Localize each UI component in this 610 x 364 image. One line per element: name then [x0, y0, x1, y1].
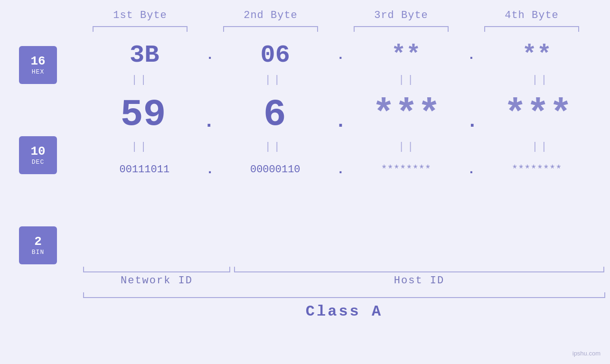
main-container: 1st Byte 2nd Byte 3rd Byte 4th Byte 16 H…: [0, 0, 610, 364]
sep-row-2: || || || ||: [81, 139, 601, 155]
labels-row: Network ID Host ID: [83, 275, 605, 287]
bottom-section: Network ID Host ID Class A: [0, 264, 610, 320]
byte-header-2: 2nd Byte: [218, 9, 323, 21]
bin-byte-4-group: ********: [478, 164, 596, 176]
dec-byte-1: 59: [115, 93, 172, 136]
dec-byte-4: ***: [504, 93, 572, 136]
dec-byte-4-group: ***: [480, 93, 596, 136]
hex-byte-4-group: **: [478, 41, 596, 69]
dec-row: 59 . 6 . *** . ***: [81, 93, 601, 136]
sep-1-b2: ||: [222, 74, 326, 86]
sep-row-1: || || || ||: [81, 72, 601, 88]
dec-badge-number: 10: [30, 145, 45, 159]
dec-badge-label: DEC: [32, 159, 44, 166]
bin-row: 00111011 . 00000110 . ******** . *******…: [81, 162, 601, 177]
dec-byte-2: 6: [246, 93, 303, 136]
sep-1-b1: ||: [88, 74, 193, 86]
bin-dot-3: .: [468, 162, 476, 177]
dec-byte-1-group: 59: [85, 93, 201, 136]
bracket-top-4: [484, 26, 579, 32]
sep-1-b3: ||: [355, 74, 460, 86]
bin-badge-label: BIN: [32, 249, 44, 256]
badges-column: 16 HEX 10 DEC 2 BIN: [19, 46, 57, 264]
byte-header-1: 1st Byte: [88, 9, 192, 21]
bin-byte-3-group: ********: [347, 164, 465, 176]
hex-dot-1: .: [206, 48, 214, 63]
byte-header-4: 4th Byte: [479, 9, 584, 21]
dec-byte-3: ***: [372, 93, 441, 136]
top-brackets: [75, 26, 597, 32]
bracket-bottom-host: [234, 267, 604, 272]
bracket-top-2: [223, 26, 318, 32]
host-id-label: Host ID: [234, 275, 604, 287]
bin-byte-1-group: 00111011: [85, 164, 204, 176]
hex-byte-3-group: **: [347, 41, 465, 69]
full-bottom-bracket: [83, 292, 605, 298]
hex-row: 3B . 06 . ** . **: [81, 41, 601, 69]
rows-container: 3B . 06 . ** . ** ||: [81, 32, 601, 177]
hex-badge-number: 16: [30, 55, 45, 68]
class-label-row: Class A: [83, 303, 605, 320]
bottom-brackets-row: [83, 267, 605, 272]
bin-byte-2-group: 00000110: [216, 164, 334, 176]
bin-dot-1: .: [206, 162, 214, 177]
bin-byte-4: ********: [499, 164, 575, 176]
sep-1-b4: ||: [488, 74, 593, 86]
dec-dot-2: .: [335, 111, 346, 132]
hex-byte-2: 06: [247, 41, 304, 69]
hex-dot-3: .: [468, 48, 476, 63]
bracket-top-1: [93, 26, 188, 32]
watermark: ipshu.com: [572, 350, 601, 357]
bin-badge-number: 2: [34, 235, 42, 249]
hex-badge-label: HEX: [32, 68, 44, 75]
dec-dot-1: .: [203, 111, 215, 132]
dec-byte-2-group: 6: [217, 93, 332, 136]
bin-badge: 2 BIN: [19, 226, 57, 264]
hex-byte-1-group: 3B: [85, 41, 204, 69]
hex-byte-1: 3B: [116, 41, 173, 69]
byte-headers-row: 1st Byte 2nd Byte 3rd Byte 4th Byte: [75, 9, 597, 21]
sep-2-b3: ||: [355, 141, 460, 153]
hex-dot-2: .: [337, 48, 345, 63]
class-label: Class A: [306, 303, 383, 320]
byte-header-3: 3rd Byte: [349, 9, 453, 21]
content-area: 16 HEX 10 DEC 2 BIN 3B . 06: [0, 32, 610, 264]
bracket-top-3: [354, 26, 449, 32]
sep-2-b2: ||: [222, 141, 326, 153]
bin-byte-2: 00000110: [237, 164, 313, 176]
dec-byte-3-group: ***: [349, 93, 464, 136]
sep-2-b1: ||: [88, 141, 193, 153]
hex-byte-2-group: 06: [216, 41, 334, 69]
bin-byte-3: ********: [368, 164, 444, 176]
bin-dot-2: .: [337, 162, 345, 177]
hex-byte-4: **: [508, 41, 565, 69]
sep-2-b4: ||: [488, 141, 593, 153]
hex-byte-3: **: [377, 41, 434, 69]
dec-dot-3: .: [467, 111, 478, 132]
dec-badge: 10 DEC: [19, 136, 57, 174]
bracket-bottom-net: [83, 267, 230, 272]
bin-byte-1: 00111011: [106, 164, 182, 176]
network-id-label: Network ID: [83, 275, 230, 287]
hex-badge: 16 HEX: [19, 46, 57, 84]
